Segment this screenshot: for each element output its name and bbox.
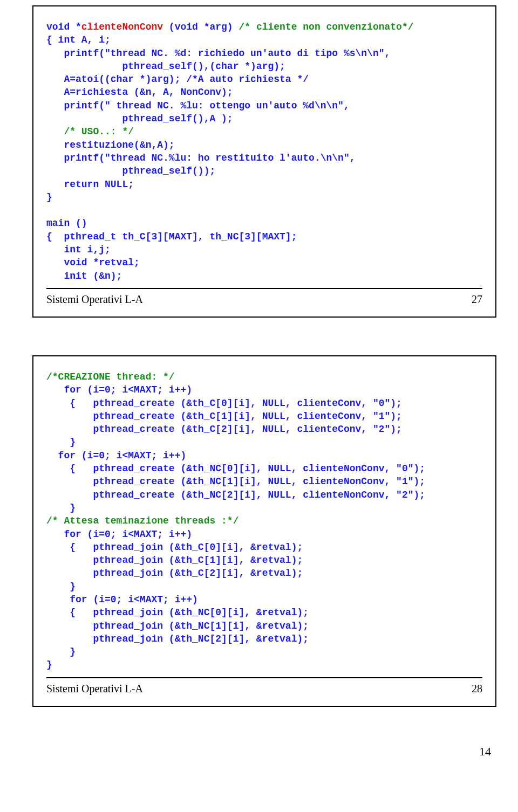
code-line: pthread_self(),A ); (46, 113, 233, 124)
code-line: { pthread_join (&th_C[0][i], &retval); (46, 542, 303, 553)
code-line: A=richiesta (&n, A, NonConv); (46, 87, 233, 98)
code-line: pthread_create (&th_C[1][i], NULL, clien… (46, 411, 402, 422)
code-line: main () (46, 218, 87, 229)
slide-footer-title: Sistemi Operativi L-A (46, 683, 143, 695)
code-line: } (46, 646, 76, 657)
code-line: init (&n); (46, 271, 122, 281)
code-line: int i,j; (46, 244, 111, 255)
code-line: for (i=0; i<MAXT; i++) (46, 450, 186, 461)
page-number: 14 (32, 745, 496, 759)
code-line: /* USO..: */ (46, 126, 134, 137)
code-line: /* Attesa teminazione threads :*/ (46, 515, 238, 526)
code-line: { int A, i; (46, 35, 111, 45)
code-line: clienteNonConv (81, 22, 163, 32)
slide-1-content: void *clienteNonConv (void *arg) /* clie… (46, 20, 482, 306)
code-line: } (46, 659, 52, 670)
code-line: { pthread_t th_C[3][MAXT], th_NC[3][MAXT… (46, 231, 297, 242)
code-line: void * (46, 22, 81, 32)
code-line: void *retval; (46, 257, 140, 268)
code-line: pthread_join (&th_C[2][i], &retval); (46, 568, 303, 579)
code-line: restituzione(&n,A); (46, 140, 175, 150)
code-line: pthread_join (&th_NC[1][i], &retval); (46, 621, 309, 631)
code-line: printf(" thread NC. %lu: ottengo un'auto… (46, 100, 350, 111)
slide-2-footer: Sistemi Operativi L-A 28 (46, 677, 482, 695)
code-line: { pthread_join (&th_NC[0][i], &retval); (46, 607, 309, 618)
code-line: } (46, 437, 76, 448)
code-line: printf("thread NC. %d: richiedo un'auto … (46, 48, 390, 59)
code-line: pthread_join (&th_NC[2][i], &retval); (46, 634, 309, 644)
code-line: for (i=0; i<MAXT; i++) (46, 529, 192, 540)
code-line: pthread_create (&th_NC[2][i], NULL, clie… (46, 490, 425, 500)
code-line: printf("thread NC.%lu: ho restituito l'a… (46, 153, 356, 163)
code-line: { pthread_create (&th_NC[0][i], NULL, cl… (46, 463, 425, 474)
code-line: return NULL; (46, 179, 134, 190)
code-line: pthread_join (&th_C[1][i], &retval); (46, 555, 303, 566)
code-line: for (i=0; i<MAXT; i++) (46, 384, 192, 395)
code-line: } (46, 503, 76, 513)
slide-footer-page: 28 (472, 683, 482, 695)
code-line: { pthread_create (&th_C[0][i], NULL, cli… (46, 398, 402, 409)
code-block-2: /*CREAZIONE thread: */ for (i=0; i<MAXT;… (46, 370, 482, 672)
code-line: for (i=0; i<MAXT; i++) (46, 594, 198, 605)
code-line: /*CREAZIONE thread: */ (46, 371, 175, 382)
slide-2: /*CREAZIONE thread: */ for (i=0; i<MAXT;… (32, 355, 496, 707)
slide-1: void *clienteNonConv (void *arg) /* clie… (32, 5, 496, 318)
code-line: } (46, 581, 76, 592)
code-line: pthread_create (&th_C[2][i], NULL, clien… (46, 424, 402, 435)
code-line: pthread_self()); (46, 166, 215, 176)
code-line: pthread_self(),(char *)arg); (46, 61, 285, 72)
code-line: pthread_create (&th_NC[1][i], NULL, clie… (46, 476, 425, 487)
code-line: } (46, 192, 52, 203)
code-block-1: void *clienteNonConv (void *arg) /* clie… (46, 20, 482, 283)
slide-2-content: /*CREAZIONE thread: */ for (i=0; i<MAXT;… (46, 370, 482, 695)
slide-footer-title: Sistemi Operativi L-A (46, 293, 143, 306)
slide-1-footer: Sistemi Operativi L-A 27 (46, 288, 482, 306)
page: void *clienteNonConv (void *arg) /* clie… (0, 0, 518, 780)
code-line: (void *arg) (163, 22, 233, 32)
code-line: A=atoi((char *)arg); /*A auto richiesta … (46, 74, 309, 85)
slide-footer-page: 27 (472, 293, 482, 306)
code-line: /* cliente non convenzionato*/ (233, 22, 414, 32)
